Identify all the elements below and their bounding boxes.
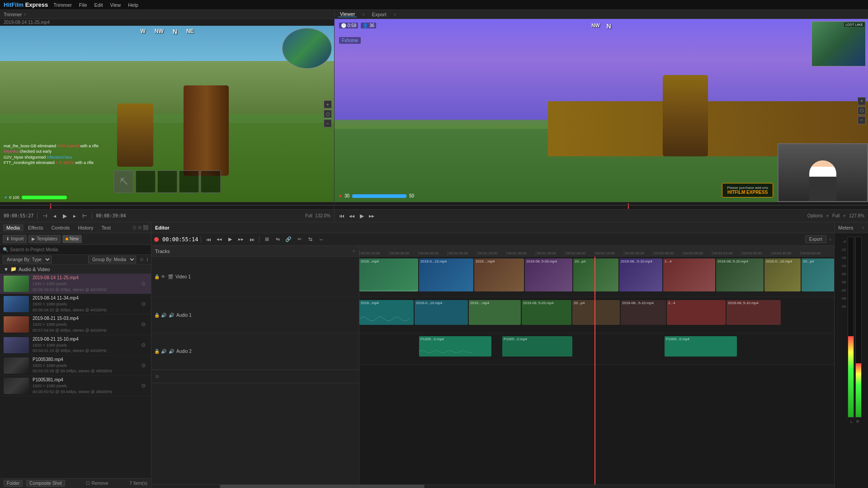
- menu-trimmer[interactable]: Trimmer: [53, 2, 72, 8]
- tab-media[interactable]: Media: [3, 224, 24, 231]
- audio-clip-1[interactable]: 2019...mp4: [359, 300, 414, 325]
- viewer-prev-frame-btn[interactable]: ◂◂: [348, 212, 355, 220]
- viewer-zoom-in-btn[interactable]: +: [858, 97, 866, 105]
- menu-file[interactable]: File: [79, 2, 87, 8]
- audio2-mute-btn[interactable]: 🔊: [161, 349, 166, 354]
- video-clip-10[interactable]: 20...p4: [802, 258, 834, 291]
- media-item-3[interactable]: 2019-08-21 15-03.mp4 868 × 488 pixels …: [0, 314, 151, 335]
- video-clip-1[interactable]: 2019...mp4: [359, 258, 418, 291]
- tab-export[interactable]: Export: [370, 12, 388, 17]
- slide-btn[interactable]: ↔: [316, 235, 326, 244]
- audio-clip-8[interactable]: 2019-08..5-10.mp4: [726, 300, 781, 325]
- group-by-select[interactable]: Group By: Media: [88, 256, 136, 263]
- composite-shot-btn[interactable]: Composite Shot: [26, 480, 65, 487]
- gear-icon-4[interactable]: ⚙: [141, 342, 147, 348]
- audio-clip-3[interactable]: 2019....mp4: [469, 300, 521, 325]
- snap-btn[interactable]: ⊞: [262, 235, 271, 244]
- video-clip-5[interactable]: 20...p4: [573, 258, 618, 291]
- timeline-scrollbar[interactable]: [151, 484, 834, 488]
- audio2-clip-3[interactable]: P1005...0.mp4: [665, 336, 737, 357]
- gear-icon-6[interactable]: ⚙: [141, 383, 147, 389]
- editor-play-btn[interactable]: ▶: [226, 235, 235, 244]
- editor-next-btn[interactable]: ▸▸: [236, 235, 245, 244]
- gear-icon-2[interactable]: ⚙: [141, 301, 147, 307]
- arrange-options-btn[interactable]: ⚙: [140, 257, 144, 262]
- prev-frame-btn[interactable]: ◂: [51, 212, 58, 220]
- editor-to-start-btn[interactable]: ⏮: [204, 235, 213, 244]
- slip-btn[interactable]: ⇆: [306, 235, 315, 244]
- zoom-fit-btn[interactable]: ⬡: [324, 110, 332, 118]
- folder-btn[interactable]: Folder: [4, 480, 23, 487]
- grid-view-btn[interactable]: ⊞: [138, 225, 142, 230]
- arrange-info-btn[interactable]: ℹ: [146, 257, 148, 262]
- audio-clip-5[interactable]: 20...p4: [572, 300, 620, 325]
- video-clip-2[interactable]: 2019-0...10.mp4: [419, 258, 473, 291]
- panel-close-btn[interactable]: ⬛: [143, 225, 148, 230]
- media-item-5[interactable]: P1005380.mp4 868 × 488 pixels 00:03:33…: [0, 356, 151, 376]
- viewer-to-start-btn[interactable]: ⏮: [338, 212, 345, 220]
- arrange-by-select[interactable]: Arrange By: Type: [3, 256, 52, 263]
- video-clip-9[interactable]: 2019-0...10.mp4: [764, 258, 801, 291]
- video-clip-4[interactable]: 2019-08..5-03.mp4: [525, 258, 572, 291]
- viewer-zoom-fit-btn[interactable]: ⬡: [858, 107, 866, 115]
- gear-icon-5[interactable]: ⚙: [141, 362, 147, 369]
- editor-to-end-btn[interactable]: ⏭: [247, 235, 256, 244]
- tab-text[interactable]: Text: [98, 224, 114, 231]
- play-btn[interactable]: ▶: [61, 212, 68, 220]
- media-item-1[interactable]: 2019-08-14 11-25.mp4 868 × 488 pixels …: [0, 274, 151, 294]
- gear-icon-1[interactable]: ⚙: [141, 281, 147, 287]
- timeline-scrollbar-thumb[interactable]: [220, 485, 425, 488]
- video-track-mute-btn[interactable]: 👁: [161, 274, 165, 279]
- video-clip-7[interactable]: 2...4: [663, 258, 715, 291]
- link-btn[interactable]: 🔗: [284, 235, 293, 244]
- zoom-in-btn[interactable]: +: [324, 100, 332, 108]
- viewer-zoom-out-btn[interactable]: −: [858, 116, 866, 124]
- tab-effects[interactable]: Effects: [24, 224, 47, 231]
- gear-icon-3[interactable]: ⚙: [141, 321, 147, 328]
- search-input[interactable]: [10, 247, 148, 252]
- menu-edit[interactable]: Edit: [94, 2, 103, 8]
- tab-controls[interactable]: Controls: [47, 224, 73, 231]
- trim-to-in-btn[interactable]: ⊣: [41, 212, 48, 220]
- tab-viewer[interactable]: Viewer: [338, 11, 357, 17]
- audio2-clip-1[interactable]: P1005...0.mp4: [419, 336, 491, 357]
- add-track-btn[interactable]: ⚙: [155, 374, 159, 379]
- audio1-mute-btn[interactable]: 🔊: [161, 313, 166, 318]
- editor-prev-btn[interactable]: ◂◂: [215, 235, 224, 244]
- audio1-track-lock-btn[interactable]: 🔒: [154, 313, 160, 318]
- video-clip-3[interactable]: 2019....mp4: [474, 258, 524, 291]
- menu-help[interactable]: Help: [128, 2, 138, 8]
- tab-history[interactable]: History: [74, 224, 97, 231]
- templates-btn[interactable]: ▶ Templates: [28, 235, 61, 243]
- ripple-btn[interactable]: ⇋: [273, 235, 282, 244]
- audio-clip-7[interactable]: 2...4: [667, 300, 726, 325]
- ruler-mark-9: 00:02:30:00: [624, 251, 653, 255]
- audio-clip-4[interactable]: 2019-08..5-03.mp4: [522, 300, 571, 325]
- audio1-track-name: Audio 1: [176, 313, 192, 318]
- razor-btn[interactable]: ✂: [295, 235, 304, 244]
- editor-export-btn[interactable]: Export: [805, 235, 826, 243]
- video-clip-8[interactable]: 2019-08..5-10.mp4: [716, 258, 764, 291]
- audio2-clip-2[interactable]: P1005...0.mp4: [502, 336, 572, 357]
- audio-clip-2[interactable]: 2019-0...10.mp4: [415, 300, 468, 325]
- new-btn[interactable]: New: [62, 235, 82, 243]
- media-item-4[interactable]: 2019-08-21 15-10.mp4 868 × 488 pixels …: [0, 335, 151, 356]
- import-btn[interactable]: ⬇ Import: [3, 235, 27, 243]
- audio-clip-6[interactable]: 2019-08...5-10.mp4: [621, 300, 666, 325]
- viewer-play-btn[interactable]: ▶: [358, 212, 365, 220]
- zoom-out-btn[interactable]: −: [324, 119, 332, 127]
- list-view-btn[interactable]: ☰: [132, 225, 137, 230]
- media-item-6[interactable]: P1005381.mp4 868 × 488 pixels 00:00:50…: [0, 376, 151, 396]
- trim-to-out-btn[interactable]: ⊢: [81, 212, 88, 220]
- folder-header[interactable]: ▼ 📁 Audio & Video: [0, 265, 151, 274]
- video-track-lock-btn[interactable]: 🔒: [154, 274, 160, 279]
- next-frame-btn[interactable]: ▸: [71, 212, 78, 220]
- viewer-next-frame-btn[interactable]: ▸▸: [368, 212, 375, 220]
- meter-fill-right: [856, 363, 861, 417]
- tracks-menu-icon[interactable]: ≡: [353, 249, 355, 253]
- media-item-2[interactable]: 2019-08-14 11-34.mp4 868 × 488 pixels …: [0, 294, 151, 314]
- menu-view[interactable]: View: [110, 2, 121, 8]
- video-clip-6[interactable]: 2019-08...5-10.mp4: [619, 258, 662, 291]
- media-resolution-2: 868 × 488 pixels: [33, 301, 137, 307]
- audio2-track-lock-btn[interactable]: 🔒: [154, 349, 160, 354]
